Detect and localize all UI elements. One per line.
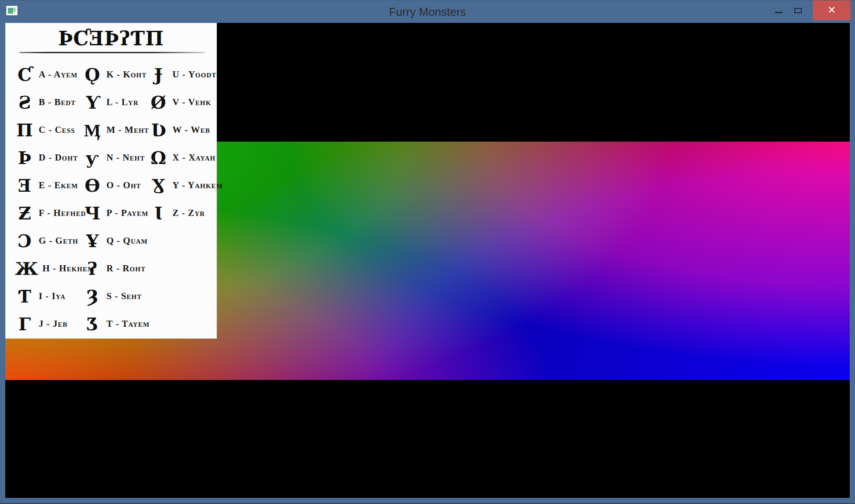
letter-label-c: C - Cess: [39, 124, 75, 135]
letter-label-e: E - Ekem: [39, 180, 78, 191]
letter-row-r: ʔR - Roht: [83, 255, 150, 282]
daedric-glyph-v: Ø: [149, 94, 168, 111]
daedric-glyph-k: Ǫ: [83, 66, 102, 84]
maximize-icon: [794, 8, 802, 13]
letter-row-d: ÞD - Doht: [15, 144, 82, 172]
letter-label-a: A - Ayem: [39, 69, 78, 80]
daedric-glyph-i: Ƭ: [15, 288, 34, 305]
letter-label-f: F - Hefhed: [39, 208, 86, 219]
letter-label-s: S - Seht: [106, 291, 142, 302]
letter-row-q: ҰQ - Quam: [83, 227, 150, 255]
letter-row-k: ǪK - Koht: [83, 61, 150, 88]
letter-label-x: X - Xayah: [172, 152, 216, 163]
titlebar: Furry Monsters ×: [0, 0, 855, 23]
daedric-glyph-f: Ƶ: [15, 205, 34, 222]
window-title: Furry Monsters: [0, 0, 855, 23]
daedric-glyph-m: Ӎ: [83, 121, 102, 139]
letter-label-z: Z - Zyr: [172, 208, 205, 219]
daedric-glyph-g: Ɔ: [15, 232, 34, 250]
letter-row-z: ƖZ - Zyr: [149, 199, 216, 227]
daedric-glyph-w: Ʋ: [149, 121, 168, 139]
letters-column-1: ƇA - AyemƧB - BedtΠC - CessÞD - DohtƎE -…: [15, 61, 82, 338]
letter-row-m: ӍM - Meht: [83, 116, 150, 144]
letter-row-g: ƆG - Geth: [15, 227, 82, 255]
daedric-glyph-b: Ƨ: [15, 94, 34, 111]
window-controls: ×: [769, 0, 851, 21]
daedric-glyph-z: Ɩ: [149, 205, 168, 222]
daedric-glyph-c: Π: [15, 121, 34, 139]
close-button[interactable]: ×: [813, 0, 851, 20]
daedric-alphabet-panel: ÞƇƎÞʔƬΠ ƇA - AyemƧB - BedtΠC - CessÞD - …: [5, 23, 217, 339]
daedric-glyph-j: Γ: [15, 315, 34, 333]
close-icon: ×: [828, 3, 836, 16]
daedric-glyph-x: Ω: [149, 149, 168, 167]
letter-label-b: B - Bedt: [39, 97, 76, 108]
letter-label-g: G - Geth: [39, 235, 78, 246]
letter-row-v: ØV - Vehk: [149, 88, 216, 116]
title-divider: [19, 52, 205, 53]
letter-label-k: K - Koht: [106, 69, 147, 80]
letter-label-u: U - Yoodt: [172, 69, 216, 80]
daedric-glyph-h: Ж: [15, 260, 38, 278]
daedric-glyph-n: ƴ: [83, 149, 102, 167]
letter-row-c: ΠC - Cess: [15, 116, 82, 144]
daedric-glyph-e: Ǝ: [15, 177, 34, 194]
letter-row-f: ƵF - Hefhed: [15, 199, 82, 227]
letter-row-o: ӨO - Oht: [83, 172, 150, 199]
letter-label-d: D - Doht: [39, 152, 78, 163]
daedric-glyph-y: Ɣ: [149, 177, 168, 194]
letter-label-v: V - Vehk: [172, 97, 211, 108]
letter-label-o: O - Oht: [106, 180, 141, 191]
letter-label-t: T - Tayem: [106, 318, 150, 329]
letter-row-n: ƴN - Neht: [83, 144, 150, 172]
letter-row-p: ЧP - Payem: [83, 199, 150, 227]
letters-column-2: ǪK - KohtƳL - LyrӍM - MehtƴN - NehtӨO - …: [83, 61, 150, 338]
letter-label-m: M - Meht: [106, 124, 149, 135]
daedric-glyph-r: ʔ: [83, 260, 102, 278]
daedric-glyph-a: Ƈ: [15, 66, 34, 84]
letter-label-j: J - Jeb: [39, 318, 68, 329]
daedric-glyph-q: Ұ: [83, 232, 102, 250]
daedric-glyph-d: Þ: [15, 149, 34, 167]
app-window: Furry Monsters × ÞƇƎÞʔƬΠ ƇA - AyemƧB - B…: [0, 0, 855, 504]
minimize-button[interactable]: [769, 0, 788, 20]
letter-row-t: ƷT - Tayem: [83, 310, 150, 338]
daedric-title: ÞƇƎÞʔƬΠ: [5, 28, 217, 49]
minimize-icon: [775, 12, 782, 13]
maximize-button[interactable]: [788, 0, 808, 20]
letter-row-i: ƬI - Iya: [15, 282, 82, 310]
letters-column-3: ɈU - YoodtØV - VehkƲW - WebΩX - XayahƔY …: [149, 61, 216, 227]
letter-label-w: W - Web: [172, 124, 210, 135]
letter-row-y: ƔY - Yahkem: [149, 172, 216, 199]
daedric-glyph-p: Ч: [83, 205, 102, 222]
daedric-glyph-l: Ƴ: [83, 94, 102, 111]
letter-label-q: Q - Quam: [106, 235, 148, 246]
daedric-glyph-t: Ʒ: [83, 315, 102, 333]
letter-row-x: ΩX - Xayah: [149, 144, 216, 172]
letter-row-a: ƇA - Ayem: [15, 61, 82, 88]
letter-label-l: L - Lyr: [106, 97, 139, 108]
window-content: ÞƇƎÞʔƬΠ ƇA - AyemƧB - BedtΠC - CessÞD - …: [5, 23, 850, 498]
letter-row-j: ΓJ - Jeb: [15, 310, 82, 338]
letter-row-l: ƳL - Lyr: [83, 88, 150, 116]
letter-label-p: P - Payem: [106, 208, 148, 219]
letter-row-h: ЖH - Hekhem: [15, 255, 82, 282]
daedric-glyph-o: Ө: [83, 177, 102, 194]
letter-label-r: R - Roht: [106, 263, 146, 274]
letter-row-e: ƎE - Ekem: [15, 172, 82, 199]
letter-label-i: I - Iya: [39, 291, 66, 302]
letter-label-y: Y - Yahkem: [172, 180, 223, 191]
daedric-glyph-u: Ɉ: [149, 66, 168, 84]
letter-row-b: ƧB - Bedt: [15, 88, 82, 116]
letter-row-s: ȜS - Seht: [83, 282, 150, 310]
daedric-glyph-s: Ȝ: [83, 288, 102, 305]
letter-row-u: ɈU - Yoodt: [149, 61, 216, 88]
letter-row-w: ƲW - Web: [149, 116, 216, 144]
letter-label-n: N - Neht: [106, 152, 145, 163]
